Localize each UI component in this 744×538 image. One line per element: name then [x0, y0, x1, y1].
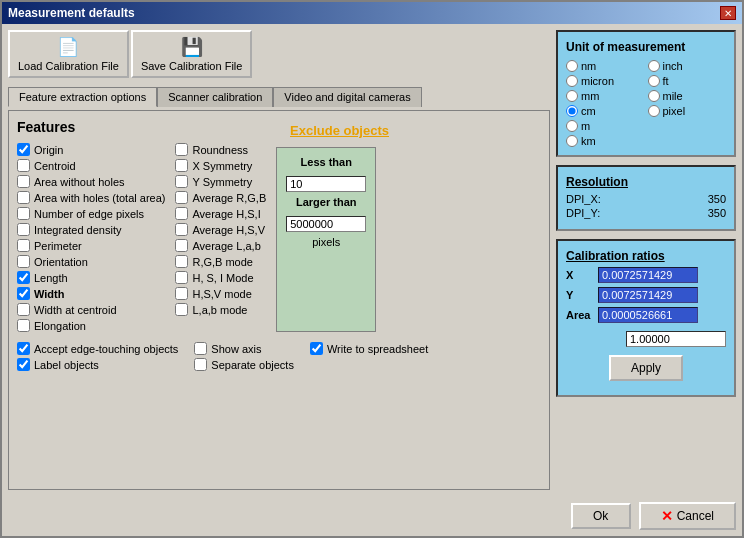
feature-hsv-mode: H,S,V mode: [175, 287, 266, 300]
feature-hsi-mode-check[interactable]: [175, 271, 188, 284]
feature-y-symmetry-check[interactable]: [175, 175, 188, 188]
apply-button[interactable]: Apply: [609, 355, 683, 381]
calib-plain-input[interactable]: [626, 331, 726, 347]
unit-mile-radio[interactable]: [648, 90, 660, 102]
unit-km-radio[interactable]: [566, 135, 578, 147]
resolution-title: Resolution: [566, 175, 726, 189]
feature-perimeter-check[interactable]: [17, 239, 30, 252]
feature-width: Width: [17, 287, 165, 300]
unit-grid: nm inch micron ft: [566, 60, 726, 147]
bottom-col1: Accept edge-touching objects Label objec…: [17, 342, 178, 371]
write-spreadsheet-input[interactable]: [310, 342, 323, 355]
calib-y-input[interactable]: [598, 287, 698, 303]
feature-avg-rgb-check[interactable]: [175, 191, 188, 204]
resolution-box: Resolution DPI_X: 350 DPI_Y: 350: [556, 165, 736, 231]
label-objects-check: Label objects: [17, 358, 178, 371]
cancel-button[interactable]: ✕ Cancel: [639, 502, 736, 530]
size-filter-box: Less than Larger than pixels: [276, 147, 376, 332]
save-calibration-button[interactable]: 💾 Save Calibration File: [131, 30, 253, 78]
show-axis-check: Show axis: [194, 342, 294, 355]
feature-width-centroid-check[interactable]: [17, 303, 30, 316]
accept-edge-input[interactable]: [17, 342, 30, 355]
unit-pixel-label: pixel: [663, 105, 686, 117]
unit-ft-radio[interactable]: [648, 75, 660, 87]
less-than-label: Less than: [301, 156, 352, 168]
feature-elongation-label: Elongation: [34, 320, 86, 332]
feature-area-no-holes-check[interactable]: [17, 175, 30, 188]
feature-origin-label: Origin: [34, 144, 63, 156]
show-axis-input[interactable]: [194, 342, 207, 355]
tab-video-cameras[interactable]: Video and digital cameras: [273, 87, 421, 107]
unit-m-label: m: [581, 120, 590, 132]
feature-integrated-density-check[interactable]: [17, 223, 30, 236]
feature-edge-pixels-check[interactable]: [17, 207, 30, 220]
calibration-title: Calibration ratios: [566, 249, 726, 263]
feature-area-holes-check[interactable]: [17, 191, 30, 204]
feature-hsv-mode-check[interactable]: [175, 287, 188, 300]
ok-button[interactable]: Ok: [571, 503, 631, 529]
unit-nm-label: nm: [581, 60, 596, 72]
separate-objects-label: Separate objects: [211, 359, 294, 371]
feature-rgb-mode-check[interactable]: [175, 255, 188, 268]
calib-y-label: Y: [566, 289, 594, 301]
calib-y-row: Y: [566, 287, 726, 303]
feature-perimeter: Perimeter: [17, 239, 165, 252]
features-col1: Origin Centroid Area without holes: [17, 143, 165, 332]
close-button[interactable]: ✕: [720, 6, 736, 20]
feature-area-no-holes: Area without holes: [17, 175, 165, 188]
dpi-x-value: 350: [708, 193, 726, 205]
feature-area-no-holes-label: Area without holes: [34, 176, 125, 188]
separate-objects-input[interactable]: [194, 358, 207, 371]
feature-roundness-check[interactable]: [175, 143, 188, 156]
calib-x-input[interactable]: [598, 267, 698, 283]
unit-micron-radio[interactable]: [566, 75, 578, 87]
main-window: Measurement defaults ✕ 📄 Load Calibratio…: [0, 0, 744, 538]
feature-x-symmetry-check[interactable]: [175, 159, 188, 172]
unit-pixel: pixel: [648, 105, 727, 117]
feature-area-holes-label: Area with holes (total area): [34, 192, 165, 204]
unit-cm-radio[interactable]: [566, 105, 578, 117]
feature-origin-check[interactable]: [17, 143, 30, 156]
less-than-input[interactable]: [286, 176, 366, 192]
tab-scanner-calibration[interactable]: Scanner calibration: [157, 87, 273, 107]
feature-rgb-mode-label: R,G,B mode: [192, 256, 253, 268]
save-icon: 💾: [181, 36, 203, 58]
feature-perimeter-label: Perimeter: [34, 240, 82, 252]
feature-edge-pixels: Number of edge pixels: [17, 207, 165, 220]
feature-hsi-mode: H, S, I Mode: [175, 271, 266, 284]
write-spreadsheet-check: Write to spreadsheet: [310, 342, 428, 355]
feature-width-centroid: Width at centroid: [17, 303, 165, 316]
unit-nm-radio[interactable]: [566, 60, 578, 72]
unit-pixel-radio[interactable]: [648, 105, 660, 117]
larger-than-input[interactable]: [286, 216, 366, 232]
unit-inch-label: inch: [663, 60, 683, 72]
feature-avg-lab-check[interactable]: [175, 239, 188, 252]
feature-centroid-label: Centroid: [34, 160, 76, 172]
feature-centroid-check[interactable]: [17, 159, 30, 172]
feature-integrated-density-label: Integrated density: [34, 224, 121, 236]
feature-avg-hsv-check[interactable]: [175, 223, 188, 236]
features-area: Origin Centroid Area without holes: [17, 143, 541, 332]
bottom-bar: Ok ✕ Cancel: [2, 496, 742, 536]
calib-area-input[interactable]: [598, 307, 698, 323]
unit-mm-radio[interactable]: [566, 90, 578, 102]
unit-m-radio[interactable]: [566, 120, 578, 132]
feature-lab-mode-check[interactable]: [175, 303, 188, 316]
load-calibration-button[interactable]: 📄 Load Calibration File: [8, 30, 129, 78]
feature-integrated-density: Integrated density: [17, 223, 165, 236]
unit-inch-radio[interactable]: [648, 60, 660, 72]
show-axis-label: Show axis: [211, 343, 261, 355]
unit-cm-label: cm: [581, 105, 596, 117]
feature-length-check[interactable]: [17, 271, 30, 284]
feature-elongation-check[interactable]: [17, 319, 30, 332]
exclude-objects-label[interactable]: Exclude objects: [290, 123, 389, 138]
feature-avg-lab-label: Average L,a,b: [192, 240, 260, 252]
feature-width-check[interactable]: [17, 287, 30, 300]
label-objects-label: Label objects: [34, 359, 99, 371]
feature-orientation-check[interactable]: [17, 255, 30, 268]
feature-avg-hsi-check[interactable]: [175, 207, 188, 220]
feature-hsi-mode-label: H, S, I Mode: [192, 272, 253, 284]
tab-feature-extraction[interactable]: Feature extraction options: [8, 87, 157, 107]
feature-avg-hsv-label: Average H,S,V: [192, 224, 265, 236]
label-objects-input[interactable]: [17, 358, 30, 371]
